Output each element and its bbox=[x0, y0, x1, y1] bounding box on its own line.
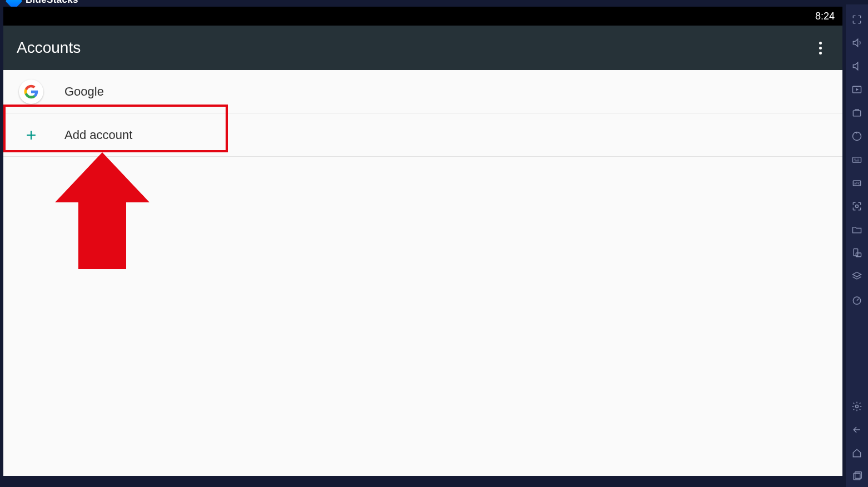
settings-icon[interactable] bbox=[846, 396, 868, 417]
bluestacks-app-name: BlueStacks bbox=[26, 0, 78, 6]
account-row-google[interactable]: Google bbox=[3, 70, 842, 113]
pip-icon[interactable] bbox=[846, 79, 868, 100]
folder-icon[interactable] bbox=[846, 219, 868, 240]
volume-down-icon[interactable] bbox=[846, 56, 868, 77]
svg-marker-1 bbox=[856, 88, 859, 91]
android-statusbar: 8:24 bbox=[3, 7, 842, 26]
back-icon[interactable] bbox=[846, 419, 868, 440]
svg-rect-13 bbox=[855, 472, 862, 479]
status-time: 8:24 bbox=[815, 11, 835, 22]
svg-rect-2 bbox=[853, 111, 860, 116]
page-title: Accounts bbox=[17, 39, 81, 57]
camera-icon[interactable] bbox=[846, 196, 868, 217]
svg-rect-4 bbox=[853, 157, 861, 162]
bluestacks-sidebar: APK bbox=[846, 4, 868, 487]
svg-rect-12 bbox=[854, 473, 860, 480]
account-label: Google bbox=[64, 85, 104, 99]
rotate-icon[interactable] bbox=[846, 242, 868, 264]
svg-text:APK: APK bbox=[854, 182, 860, 185]
google-icon bbox=[19, 79, 43, 104]
bluestacks-titlebar: BlueStacks bbox=[0, 0, 868, 4]
svg-point-7 bbox=[856, 205, 859, 208]
fullscreen-icon[interactable] bbox=[846, 9, 868, 30]
android-screen: 8:24 Accounts bbox=[3, 7, 842, 476]
speed-icon[interactable] bbox=[846, 289, 868, 310]
svg-point-11 bbox=[856, 405, 859, 408]
home-icon[interactable] bbox=[846, 443, 868, 464]
bluestacks-window: BlueStacks APK bbox=[0, 0, 868, 487]
sync-icon[interactable] bbox=[846, 102, 868, 123]
recent-apps-icon[interactable] bbox=[846, 466, 868, 487]
plus-icon: + bbox=[26, 126, 37, 144]
layers-icon[interactable] bbox=[846, 266, 868, 287]
add-account-label: Add account bbox=[64, 128, 132, 142]
rewind-icon[interactable] bbox=[846, 126, 868, 147]
accounts-list: Google + Add account bbox=[3, 70, 842, 476]
apk-icon[interactable]: APK bbox=[846, 172, 868, 193]
overflow-menu-icon[interactable] bbox=[811, 39, 829, 57]
keyboard-icon[interactable] bbox=[846, 149, 868, 170]
accounts-appbar: Accounts bbox=[3, 26, 842, 70]
add-account-row[interactable]: + Add account bbox=[3, 113, 842, 157]
volume-up-icon[interactable] bbox=[846, 32, 868, 53]
